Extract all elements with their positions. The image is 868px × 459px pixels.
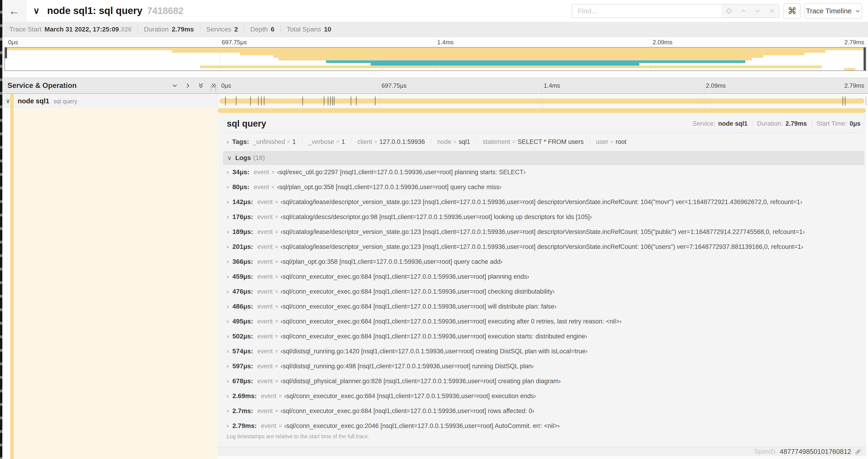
collapse-one-chevron-down-icon[interactable]: [171, 81, 179, 90]
equals-sign: =: [275, 348, 278, 355]
find-next-icon[interactable]: [754, 7, 762, 15]
tick-label: 1.4ms: [544, 82, 560, 89]
log-caret-right-icon: ›: [227, 348, 229, 355]
timeline-minimap-section: 0μs697.75μs1.4ms2.09ms2.79ms: [2, 37, 868, 77]
log-row[interactable]: ›189μs:event=‹sql/catalog/lease/descript…: [227, 224, 859, 239]
log-timestamp: 189μs:: [232, 228, 253, 236]
locate-icon[interactable]: [725, 7, 733, 15]
span-collapse-caret-icon[interactable]: ∨: [6, 97, 10, 105]
log-timestamp: 678μs:: [232, 378, 253, 385]
find-input[interactable]: [572, 4, 722, 18]
summary-label: Services: [206, 26, 231, 33]
log-row[interactable]: ›176μs:event=‹sql/catalog/descs/descript…: [227, 209, 859, 224]
log-marker-tick: [332, 97, 333, 105]
grid-line: [704, 94, 704, 108]
equals-sign: =: [275, 229, 278, 235]
log-row[interactable]: ›495μs:event=‹sql/conn_executor_exec.go:…: [227, 314, 859, 329]
back-button[interactable]: ←: [2, 0, 26, 22]
trace-summary-bar: Trace StartMarch 31 2022, 17:25:09.326Du…: [2, 22, 868, 37]
log-timestamp: 201μs:: [232, 243, 253, 251]
log-timestamp: 459μs:: [232, 273, 253, 280]
trace-collapse-caret-icon[interactable]: ∨: [33, 6, 40, 16]
equals-sign: =: [279, 423, 282, 429]
timeline-minimap[interactable]: [4, 47, 866, 71]
log-row[interactable]: ›2.69ms:event=‹sql/conn_executor_exec.go…: [227, 389, 859, 403]
span-row-name-cell[interactable]: ∨ node sql1sql query: [2, 94, 217, 108]
log-caret-right-icon: ›: [227, 243, 229, 250]
log-row[interactable]: ›201μs:event=‹sql/catalog/lease/descript…: [227, 239, 859, 254]
detail-gutter: [2, 108, 10, 459]
log-field-name: event: [261, 393, 276, 400]
log-row[interactable]: ›34μs:event=‹sql/exec_util.go:2297 [nsql…: [227, 165, 859, 179]
log-caret-right-icon: ›: [227, 408, 229, 414]
find-clear-icon[interactable]: [768, 7, 776, 15]
span-row-timeline[interactable]: [217, 94, 866, 108]
log-row[interactable]: ›2.7ms:event=‹sql/conn_executor_exec.go:…: [227, 403, 859, 418]
span-color-stripe[interactable]: [10, 108, 13, 459]
log-field-name: event: [257, 288, 273, 295]
summary-value: 2.79ms: [172, 26, 194, 33]
log-field-name: event: [257, 198, 273, 206]
trace-summary-item: Services2: [200, 25, 238, 33]
span-id-footer: SpanID: 4877749850101760812: [217, 447, 866, 456]
log-timestamp: 366μs:: [232, 258, 253, 265]
find-prev-icon[interactable]: [740, 7, 747, 15]
service-operation-header: Service & Operation: [7, 81, 76, 90]
log-row[interactable]: ›459μs:event=‹sql/conn_executor_exec.go:…: [227, 269, 859, 284]
log-marker-tick: [328, 97, 328, 105]
log-value: ‹sql/distsql_physical_planner.go:828 [ns…: [280, 378, 561, 385]
equals-sign: =: [275, 273, 278, 280]
log-timestamp: 34μs:: [232, 168, 249, 176]
log-value: ‹sql/conn_executor_exec.go:684 [nsql1,cl…: [280, 318, 622, 325]
log-marker-tick: [258, 97, 258, 105]
log-row[interactable]: ›142μs:event=‹sql/catalog/lease/descript…: [227, 195, 859, 209]
page-title: node sql1: sql query7418682: [47, 5, 183, 16]
log-value: ‹sql/plan_opt.go:358 [nsql1,client=127.0…: [277, 184, 501, 191]
log-field-name: event: [257, 243, 273, 251]
collapse-all-double-chevron-down-icon[interactable]: [197, 81, 205, 90]
minimap-tick-labels: 0μs697.75μs1.4ms2.09ms2.79ms: [4, 39, 866, 47]
log-row[interactable]: ›476μs:event=‹sql/conn_executor_exec.go:…: [227, 284, 859, 299]
log-timestamp: 597μs:: [232, 362, 253, 370]
span-row: ∨ node sql1sql query: [2, 94, 868, 108]
expand-one-chevron-right-icon[interactable]: [184, 81, 192, 90]
logs-footnote: Log timestamps are relative to the start…: [227, 433, 369, 440]
log-row[interactable]: ›80μs:event=‹sql/plan_opt.go:358 [nsql1,…: [227, 179, 859, 195]
log-caret-right-icon: ›: [227, 393, 229, 399]
deep-link-icon[interactable]: [855, 448, 862, 455]
column-resizer-handle[interactable]: [211, 85, 216, 91]
log-field-name: event: [257, 333, 273, 340]
log-row[interactable]: ›366μs:event=‹sql/plan_opt.go:358 [nsql1…: [227, 254, 859, 269]
trace-summary-item: Total Spans10: [280, 25, 331, 33]
tick-label: 2.09ms: [706, 82, 726, 89]
log-marker-tick: [302, 97, 303, 105]
log-row[interactable]: ›597μs:event=‹sql/distsql_running.go:498…: [227, 359, 859, 374]
log-caret-right-icon: ›: [227, 273, 229, 280]
minimap-span-bar: [200, 66, 822, 68]
minimap-span-bar: [371, 63, 639, 66]
back-arrow-icon: ←: [9, 5, 20, 17]
log-marker-tick: [845, 97, 845, 105]
span-id-value: 4877749850101760812: [780, 448, 851, 456]
log-row[interactable]: ›486μs:event=‹sql/conn_executor_exec.go:…: [227, 299, 859, 314]
viewport-drag-handle-right[interactable]: [864, 47, 866, 70]
equals-sign: =: [275, 408, 278, 414]
log-row[interactable]: ›678μs:event=‹sql/distsql_physical_plann…: [227, 374, 859, 389]
viewport-drag-handle-left[interactable]: [5, 47, 7, 58]
log-row[interactable]: ›574μs:event=‹sql/distsql_running.go:142…: [227, 344, 859, 359]
trace-name: node sql1: sql query: [47, 5, 142, 16]
tick-label: 697.75μs: [222, 39, 247, 46]
log-value: ‹sql/conn_executor_exec.go:684 [nsql1,cl…: [284, 393, 536, 400]
log-marker-tick: [351, 97, 351, 105]
log-caret-right-icon: ›: [227, 214, 229, 220]
keyboard-shortcuts-button[interactable]: ⌘: [783, 3, 801, 19]
log-field-name: event: [257, 273, 273, 280]
view-selector-dropdown[interactable]: Trace Timeline: [805, 3, 862, 19]
tick-label: 697.75μs: [381, 82, 407, 89]
find-controls: [722, 4, 779, 18]
log-value: ‹sql/plan_opt.go:358 [nsql1,client=127.0…: [280, 258, 503, 265]
log-marker-tick: [324, 97, 324, 105]
summary-value: 6: [271, 26, 275, 33]
log-row[interactable]: ›2.79ms:event=‹sql/conn_executor_exec.go…: [227, 418, 859, 433]
log-row[interactable]: ›502μs:event=‹sql/conn_executor_exec.go:…: [227, 329, 859, 344]
